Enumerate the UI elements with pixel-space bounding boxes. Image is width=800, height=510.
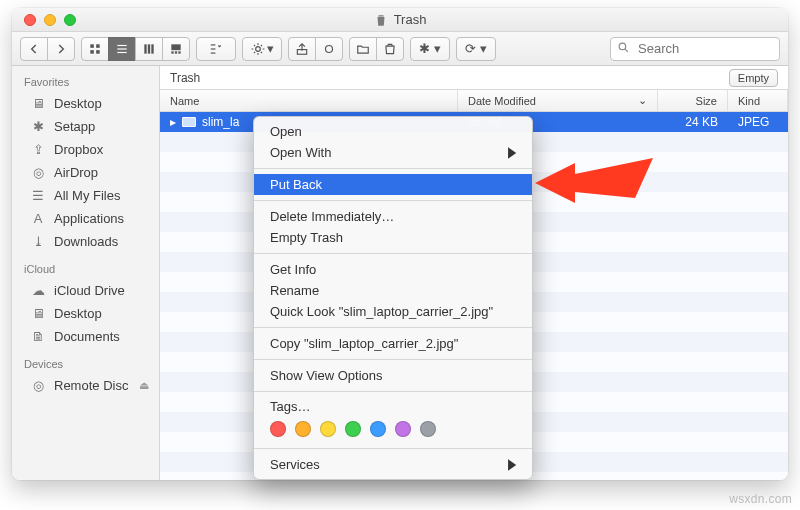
tags-button[interactable]: [315, 37, 343, 61]
sidebar-item-iclouddrive[interactable]: ☁iCloud Drive: [12, 279, 159, 302]
sidebar-header-devices: Devices: [12, 348, 159, 374]
disc-icon: ◎: [30, 378, 46, 393]
fullscreen-window-button[interactable]: [64, 14, 76, 26]
tag-gray[interactable]: [420, 421, 436, 437]
menu-delete-immediately[interactable]: Delete Immediately…: [254, 206, 532, 227]
col-kind[interactable]: Kind: [728, 90, 788, 111]
svg-point-19: [326, 45, 333, 52]
sidebar-item-applications[interactable]: AApplications: [12, 207, 159, 230]
back-button[interactable]: [20, 37, 48, 61]
sidebar-item-remotedisc[interactable]: ◎Remote Disc: [12, 374, 159, 397]
list-view-button[interactable]: [108, 37, 136, 61]
sidebar-item-setapp[interactable]: ✱Setapp: [12, 115, 159, 138]
sync-toolbar-button[interactable]: ⟳ ▾: [456, 37, 496, 61]
tag-green[interactable]: [345, 421, 361, 437]
svg-rect-16: [211, 52, 216, 53]
tag-red[interactable]: [270, 421, 286, 437]
sidebar-item-label: Remote Disc: [54, 378, 128, 393]
col-size[interactable]: Size: [658, 90, 728, 111]
search-input[interactable]: [636, 40, 788, 57]
action-button[interactable]: ▾: [242, 37, 282, 61]
svg-rect-7: [144, 44, 146, 53]
downloads-icon: ⤓: [30, 234, 46, 249]
menu-quick-look[interactable]: Quick Look "slim_laptop_carrier_2.jpg": [254, 301, 532, 322]
desktop-icon: 🖥: [30, 306, 46, 321]
share-button[interactable]: [288, 37, 316, 61]
window-title: Trash: [12, 12, 788, 27]
titlebar: Trash: [12, 8, 788, 32]
new-folder-button[interactable]: [349, 37, 377, 61]
gallery-view-button[interactable]: [162, 37, 190, 61]
empty-trash-button[interactable]: Empty: [729, 69, 778, 87]
sidebar-item-label: Desktop: [54, 306, 102, 321]
quick-actions: [349, 37, 404, 61]
file-name: slim_la: [202, 115, 239, 129]
svg-rect-15: [211, 48, 216, 49]
sidebar-item-label: AirDrop: [54, 165, 98, 180]
nav-buttons: [20, 37, 75, 61]
menu-separator: [254, 200, 532, 201]
sidebar-header-favorites: Favorites: [12, 66, 159, 92]
documents-icon: 🗎: [30, 329, 46, 344]
icon-view-button[interactable]: [81, 37, 109, 61]
sidebar-item-allmyfiles[interactable]: ☰All My Files: [12, 184, 159, 207]
menu-tags-row: [254, 415, 532, 443]
menu-put-back[interactable]: Put Back: [254, 174, 532, 195]
sidebar-item-label: All My Files: [54, 188, 120, 203]
svg-line-21: [625, 49, 628, 52]
applications-icon: A: [30, 211, 46, 226]
menu-separator: [254, 448, 532, 449]
menu-empty-trash[interactable]: Empty Trash: [254, 227, 532, 248]
toolbar: ▾ ✱ ▾ ⟳ ▾: [12, 32, 788, 66]
svg-rect-11: [171, 51, 173, 53]
svg-point-20: [619, 43, 626, 50]
menu-copy[interactable]: Copy "slim_laptop_carrier_2.jpg": [254, 333, 532, 354]
dropbox-toolbar-button[interactable]: ✱ ▾: [410, 37, 450, 61]
sidebar-item-label: Downloads: [54, 234, 118, 249]
sort-indicator-icon: ⌄: [638, 94, 647, 107]
airdrop-icon: ◎: [30, 165, 46, 180]
menu-rename[interactable]: Rename: [254, 280, 532, 301]
menu-open[interactable]: Open: [254, 121, 532, 142]
menu-separator: [254, 391, 532, 392]
view-mode-buttons: [81, 37, 190, 61]
menu-services[interactable]: Services▶: [254, 454, 532, 475]
sidebar-item-dropbox[interactable]: ⇪Dropbox: [12, 138, 159, 161]
column-headers: Name Date Modified⌄ Size Kind: [160, 90, 788, 112]
submenu-arrow-icon: ▶: [508, 455, 516, 473]
svg-rect-0: [90, 44, 94, 48]
tag-orange[interactable]: [295, 421, 311, 437]
sidebar-item-desktop-icloud[interactable]: 🖥Desktop: [12, 302, 159, 325]
file-thumbnail-icon: [182, 117, 196, 127]
sidebar-item-airdrop[interactable]: ◎AirDrop: [12, 161, 159, 184]
menu-get-info[interactable]: Get Info: [254, 259, 532, 280]
tag-blue[interactable]: [370, 421, 386, 437]
sidebar-item-downloads[interactable]: ⤓Downloads: [12, 230, 159, 253]
tag-yellow[interactable]: [320, 421, 336, 437]
minimize-window-button[interactable]: [44, 14, 56, 26]
disclosure-icon: ▸: [170, 115, 176, 129]
menu-show-view-options[interactable]: Show View Options: [254, 365, 532, 386]
svg-rect-12: [175, 51, 177, 53]
arrange-button[interactable]: [196, 37, 236, 61]
menu-separator: [254, 327, 532, 328]
setapp-icon: ✱: [30, 119, 46, 134]
close-window-button[interactable]: [24, 14, 36, 26]
menu-tags-label: Tags…: [254, 397, 532, 415]
sidebar-item-desktop[interactable]: 🖥Desktop: [12, 92, 159, 115]
column-view-button[interactable]: [135, 37, 163, 61]
svg-rect-5: [117, 48, 126, 49]
col-date[interactable]: Date Modified⌄: [458, 90, 658, 111]
svg-rect-10: [171, 44, 180, 50]
col-name[interactable]: Name: [160, 90, 458, 111]
trash-icon: [374, 13, 388, 27]
menu-open-with[interactable]: Open With▶: [254, 142, 532, 163]
delete-button[interactable]: [376, 37, 404, 61]
svg-rect-2: [90, 50, 94, 54]
sidebar-item-label: Desktop: [54, 96, 102, 111]
tag-purple[interactable]: [395, 421, 411, 437]
sidebar-item-documents[interactable]: 🗎Documents: [12, 325, 159, 348]
forward-button[interactable]: [47, 37, 75, 61]
svg-rect-14: [211, 44, 216, 45]
search-field[interactable]: [610, 37, 780, 61]
